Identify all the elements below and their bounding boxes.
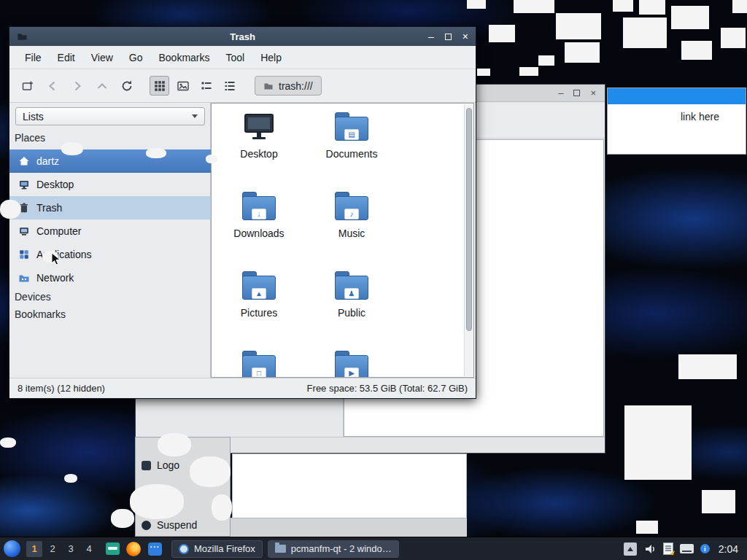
folder-item-desktop[interactable]: Desktop	[215, 112, 303, 160]
task-button-pcmanfm[interactable]: pcmanfm-qt - 2 windo…	[268, 540, 399, 558]
menu-file[interactable]: File	[17, 48, 50, 67]
folder-label: Music	[338, 228, 365, 239]
sidebar-mode-value: Lists	[23, 111, 44, 122]
close-icon[interactable]: ×	[590, 88, 596, 98]
folder-item-pictures[interactable]: ▲ Pictures	[215, 271, 303, 319]
home-icon	[18, 155, 30, 167]
context-menu-highlighted-item[interactable]	[608, 88, 746, 104]
sidebar-item-computer[interactable]: Computer	[9, 219, 211, 243]
window-title: Trash	[9, 31, 476, 42]
notification-tray-icon[interactable]	[700, 544, 710, 553]
up-triangle-icon	[627, 547, 633, 551]
back-button[interactable]	[43, 77, 62, 96]
minimize-icon[interactable]: –	[558, 88, 563, 98]
glitch-artifact	[0, 200, 20, 219]
path-bar[interactable]: trash:///	[255, 76, 322, 96]
desktop-folder-icon	[243, 112, 275, 141]
folder-task-icon	[275, 545, 286, 553]
notes-tray-icon[interactable]	[663, 542, 673, 555]
glitch-artifact	[489, 25, 515, 42]
glitch-artifact	[623, 18, 667, 48]
folder-item-partial-2[interactable]: ▶	[308, 351, 395, 378]
sidebar-item-desktop[interactable]: Desktop	[9, 173, 211, 196]
thumbnail-view-button[interactable]	[173, 76, 193, 96]
minimize-icon[interactable]: –	[428, 31, 434, 42]
folder-item-music[interactable]: ♪ Music	[308, 192, 395, 239]
glitch-artifact	[514, 0, 554, 13]
detailed-view-button[interactable]	[220, 76, 239, 96]
glitch-artifact	[639, 0, 665, 15]
menu-help[interactable]: Help	[252, 48, 290, 67]
glitch-artifact	[519, 67, 538, 76]
volume-icon[interactable]	[643, 542, 657, 556]
back-arrow-icon	[46, 79, 59, 93]
network-icon	[18, 272, 30, 284]
folder-item-partial-1[interactable]: □	[215, 351, 303, 378]
folder-item-public[interactable]: ♟ Public	[308, 271, 395, 319]
glitch-artifact	[538, 55, 554, 66]
file-view[interactable]: Desktop ▤ Documents ↓ Downloads ♪ Music …	[211, 103, 474, 378]
icon-view-button[interactable]	[150, 76, 169, 96]
new-tab-button[interactable]	[18, 77, 37, 96]
sidebar-item-home[interactable]: dartz	[9, 149, 211, 173]
menu-edit[interactable]: Edit	[50, 48, 83, 67]
desktop-icon	[18, 179, 30, 190]
workspace-1[interactable]: 1	[26, 541, 42, 557]
menu-go[interactable]: Go	[121, 48, 151, 67]
sidebar-item-network[interactable]: Network	[9, 266, 211, 289]
item-count: 8 item(s) (12 hidden)	[18, 383, 105, 394]
glitch-artifact	[64, 474, 77, 483]
refresh-button[interactable]	[117, 77, 136, 96]
mouse-cursor	[51, 252, 61, 267]
start-menu-button[interactable]	[4, 540, 26, 557]
menu-bookmarks[interactable]: Bookmarks	[150, 48, 217, 67]
maximize-icon[interactable]	[573, 90, 580, 96]
location-folder-icon	[263, 81, 274, 91]
context-menu-fragment: link here	[607, 88, 746, 155]
task-label: pcmanfm-qt - 2 windo…	[291, 543, 392, 554]
computer-icon	[18, 225, 30, 237]
keyboard-layout-icon[interactable]	[680, 544, 694, 553]
tray-expander-button[interactable]	[624, 542, 637, 556]
firefox-task-icon	[179, 544, 189, 554]
suspend-icon	[142, 521, 151, 530]
forward-button[interactable]	[68, 77, 87, 96]
sidebar-item-trash[interactable]: Trash	[9, 196, 211, 219]
context-menu-item-symlink[interactable]: link here	[608, 104, 746, 129]
folder-icon: ▲	[242, 271, 276, 300]
glitch-artifact	[678, 354, 737, 379]
menu-tool[interactable]: Tool	[218, 48, 253, 67]
firefox-launcher[interactable]	[125, 541, 142, 557]
sidebar-mode-select[interactable]: Lists	[15, 107, 205, 125]
compact-view-button[interactable]	[196, 76, 216, 96]
path-text: trash:///	[279, 80, 313, 92]
scrollbar-thumb[interactable]	[466, 108, 472, 331]
sidebar-item-label: Network	[36, 272, 74, 284]
menu-view[interactable]: View	[83, 48, 121, 67]
folder-item-documents[interactable]: ▤ Documents	[308, 112, 395, 160]
folder-item-downloads[interactable]: ↓ Downloads	[215, 192, 303, 239]
up-arrow-icon	[96, 79, 109, 93]
firefox-icon	[126, 542, 141, 556]
workspace-3[interactable]: 3	[63, 541, 79, 557]
desktop: – × 0 item(s) link here Logo Suspend	[0, 0, 747, 560]
new-window-icon	[21, 79, 34, 93]
clock[interactable]: 2:04	[719, 543, 738, 555]
maximize-icon[interactable]	[445, 34, 452, 40]
workspace-4[interactable]: 4	[81, 541, 97, 557]
sidebar-item-applications[interactable]: Applications	[9, 243, 211, 266]
folder-icon: ↓	[242, 192, 276, 221]
chat-launcher[interactable]	[147, 541, 163, 557]
close-icon[interactable]: ×	[462, 31, 468, 42]
window-fragment-statusbar	[231, 518, 467, 537]
bookmarks-section-label: Bookmarks	[15, 308, 66, 320]
scrollbar-track[interactable]	[464, 104, 473, 376]
leave-menu-item-label: Logo	[157, 459, 179, 471]
up-button[interactable]	[93, 77, 112, 96]
task-button-firefox[interactable]: Mozilla Firefox	[171, 540, 263, 558]
file-manager-launcher[interactable]	[104, 541, 120, 557]
trash-window-titlebar[interactable]: Trash – ×	[9, 27, 476, 46]
folder-label: Downloads	[233, 228, 284, 239]
places-section-label: Places	[15, 132, 45, 144]
workspace-2[interactable]: 2	[44, 541, 61, 557]
